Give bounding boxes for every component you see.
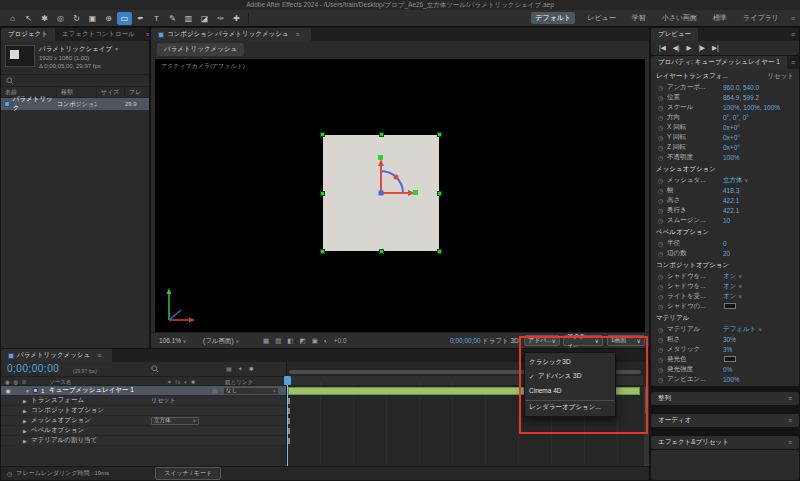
stopwatch-icon[interactable]: ◷ — [658, 94, 667, 101]
property-value[interactable]: 100%, 100%, 100% — [723, 104, 780, 111]
panel-menu-icon[interactable]: ≡ — [788, 395, 792, 402]
property-value[interactable]: オン — [723, 292, 736, 301]
tab-timeline[interactable]: パラメトリックメッシュ ≡ — [1, 349, 112, 362]
caret-down-icon[interactable]: ▼ — [114, 46, 119, 52]
property-value[interactable]: 0°, 0°, 0° — [723, 114, 749, 121]
layer-property-row[interactable]: ▶ ベベルオプション ∨ — [1, 426, 286, 436]
tab-project[interactable]: プロジェクト — [1, 28, 55, 41]
twirl-closed-icon[interactable]: ▶ — [23, 438, 31, 444]
composition-breadcrumb[interactable]: パラメトリックメッシュ — [157, 43, 244, 56]
tool-button[interactable]: ◎ — [53, 12, 68, 25]
property-value[interactable]: 0x+0° — [723, 124, 740, 131]
property-value[interactable]: 0x+0° — [723, 144, 740, 151]
exposure-icon[interactable]: ◐ — [324, 337, 328, 345]
transform-gizmo[interactable] — [347, 147, 427, 227]
stopwatch-icon[interactable]: ◷ — [658, 283, 667, 290]
tool-button[interactable]: ▥ — [181, 12, 196, 25]
current-time-field[interactable]: 0;00;00;00 — [7, 363, 59, 374]
tool-button[interactable]: ✚ — [229, 12, 244, 25]
reset-link[interactable]: リセット — [151, 396, 176, 405]
transport-button[interactable]: |◀ — [659, 44, 666, 52]
stopwatch-icon[interactable]: ◷ — [658, 250, 667, 257]
property-value[interactable]: 10 — [723, 217, 730, 224]
color-swatch[interactable] — [724, 356, 736, 362]
panel-menu-icon[interactable]: ≡ — [93, 352, 105, 359]
panel-menu-icon[interactable]: ≡ — [788, 417, 792, 424]
tool-button[interactable]: ↖ — [21, 12, 36, 25]
property-value[interactable]: 100% — [723, 154, 740, 161]
selection-handle[interactable] — [437, 191, 442, 196]
stopwatch-icon[interactable]: ◷ — [658, 114, 667, 121]
tool-button[interactable]: ◪ — [197, 12, 212, 25]
docked-panel-tab[interactable]: エフェクト&プリセット ≡ — [651, 436, 799, 449]
stopwatch-icon[interactable]: ◷ — [658, 144, 667, 151]
workspace-tab[interactable]: レビュー — [583, 12, 620, 24]
property-value[interactable]: 0% — [723, 366, 732, 373]
property-value[interactable]: 3% — [723, 346, 732, 353]
stopwatch-icon[interactable]: ◷ — [658, 104, 667, 111]
property-value[interactable]: 418.3 — [723, 187, 739, 194]
parent-link-header[interactable]: 親とリンク — [225, 379, 253, 386]
property-value[interactable]: 30% — [723, 336, 736, 343]
menu-item[interactable]: ✓ クラシック3D — [525, 355, 615, 369]
stopwatch-icon[interactable]: ◷ — [658, 154, 667, 161]
layer-property-row[interactable]: ▶ マテリアルの割り当て ∨ — [1, 436, 286, 446]
property-value[interactable]: デフォルト — [723, 325, 756, 334]
draft-3d-toggle[interactable]: ドラフト 3D — [482, 337, 519, 346]
twirl-closed-icon[interactable]: ▶ — [23, 408, 31, 414]
tool-button[interactable]: ↻ — [69, 12, 84, 25]
layer-property-row[interactable]: ▶ トランスフォーム リセット ∨ — [1, 396, 286, 406]
tool-button[interactable]: ✑ — [213, 12, 228, 25]
menu-item[interactable]: ✓ アドバンス 3D — [525, 369, 615, 383]
column-header[interactable]: フレ — [125, 87, 149, 97]
color-swatch[interactable] — [724, 303, 736, 309]
tool-button[interactable]: ✒ — [133, 12, 148, 25]
reset-button[interactable]: リセット — [767, 72, 794, 81]
pickwhip-icon[interactable]: ◎ — [212, 387, 217, 394]
tab-preview[interactable]: プレビュー — [651, 28, 698, 41]
property-value[interactable]: オン — [723, 272, 736, 281]
selection-handle[interactable] — [320, 191, 325, 196]
tab-effect-controls[interactable]: エフェクトコントロール — [55, 28, 142, 41]
workspace-tab[interactable]: デフォルト — [531, 12, 575, 24]
project-search[interactable] — [1, 75, 149, 87]
exposure-value[interactable]: +0.0 — [334, 337, 347, 345]
stopwatch-icon[interactable]: ◷ — [658, 197, 667, 204]
stopwatch-icon[interactable]: ◷ — [658, 326, 667, 333]
twirl-closed-icon[interactable]: ▶ — [23, 428, 31, 434]
cube-mesh-layer[interactable] — [323, 135, 439, 251]
stopwatch-icon[interactable]: ◷ — [658, 366, 667, 373]
tool-button[interactable]: T — [149, 12, 164, 25]
workspace-tab[interactable]: ライブラリ — [739, 12, 783, 24]
parent-dropdown[interactable]: なし∨ — [223, 387, 279, 395]
resolution-dropdown[interactable]: (フル画面) ∨ — [203, 337, 239, 346]
property-value[interactable]: 864.9, 599.2 — [723, 94, 759, 101]
table-row[interactable]: パラメトリック コンポジション 29.9 — [1, 98, 149, 110]
tool-button[interactable]: ⊕ — [101, 12, 116, 25]
panel-menu-icon[interactable]: ≡ — [788, 439, 792, 446]
property-value[interactable]: 0 — [723, 240, 727, 247]
stopwatch-icon[interactable]: ◷ — [658, 207, 667, 214]
stopwatch-icon[interactable]: ◷ — [658, 273, 667, 280]
tool-button[interactable]: ⌂ — [5, 12, 20, 25]
menu-item[interactable]: ✓ Cinema 4D — [525, 383, 615, 397]
workspace-menu-icon[interactable]: ≡ — [791, 15, 795, 22]
panel-menu-icon[interactable]: ≡ — [142, 31, 149, 38]
layer-property-row[interactable]: ▶ コンポジットオプション ∨ — [1, 406, 286, 416]
transparency-grid-icon[interactable]: ◩ — [299, 337, 305, 345]
property-value[interactable]: 立方体 — [723, 176, 743, 185]
panel-menu-icon[interactable]: ≡ — [292, 31, 304, 38]
workspace-tab[interactable]: 標準 — [709, 12, 731, 24]
selection-handle[interactable] — [437, 132, 442, 137]
mini-flowchart-icon[interactable]: ▤ — [226, 365, 232, 372]
panel-menu-icon[interactable]: ≡ — [787, 59, 799, 66]
stopwatch-icon[interactable]: ◷ — [658, 84, 667, 91]
render-options-icon[interactable]: ✱ — [249, 365, 254, 372]
selection-handle[interactable] — [379, 249, 384, 254]
stopwatch-icon[interactable]: ◷ — [658, 177, 667, 184]
search-icon[interactable] — [151, 365, 159, 373]
stopwatch-icon[interactable]: ◷ — [658, 303, 667, 310]
twirl-closed-icon[interactable]: ▶ — [23, 398, 31, 404]
stopwatch-icon[interactable]: ◷ — [658, 124, 667, 131]
tool-button[interactable]: ▣ — [85, 12, 100, 25]
